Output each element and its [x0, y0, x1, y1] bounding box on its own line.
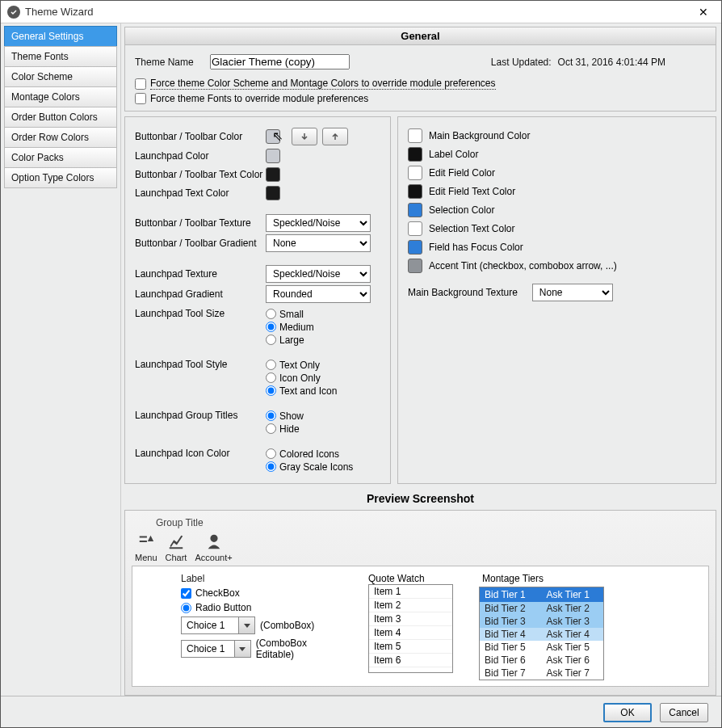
color-swatch[interactable] [408, 240, 422, 255]
radio-option[interactable]: Medium [266, 321, 314, 333]
sidebar-tab[interactable]: General Settings [4, 26, 117, 47]
montage-tier-table[interactable]: Bid Tier 1Ask Tier 1Bid Tier 2Ask Tier 2… [479, 587, 604, 680]
table-row[interactable]: Bid Tier 6Ask Tier 6 [480, 654, 603, 667]
launchpad-color-swatch[interactable] [266, 149, 280, 163]
preview-panel: Group Title MenuChartAccount+ Label Chec… [124, 510, 716, 696]
color-swatch[interactable] [408, 166, 422, 180]
chart-icon [166, 532, 187, 551]
radio-option[interactable]: Colored Icons [266, 448, 353, 460]
radio-option[interactable]: Large [266, 334, 314, 346]
quote-watch-label: Quote Watch [368, 573, 453, 584]
buttonbar-color-swatch[interactable] [266, 129, 280, 144]
group-titles-group: ShowHide [266, 410, 304, 435]
color-swatch[interactable] [408, 203, 422, 217]
app-icon [7, 6, 20, 19]
sidebar-tab[interactable]: Color Scheme [4, 66, 117, 87]
color-swatch[interactable] [408, 259, 422, 273]
montage-label: Montage Tiers [479, 573, 604, 587]
radio-option[interactable]: Show [266, 410, 304, 422]
cancel-button[interactable]: Cancel [660, 703, 708, 722]
sidebar-tab[interactable]: Theme Fonts [4, 46, 117, 67]
preview-title: Preview Screenshot [124, 489, 716, 510]
theme-name-input[interactable] [210, 54, 350, 69]
ok-button[interactable]: OK [603, 703, 652, 722]
toolbar-item-label: Chart [166, 553, 187, 562]
preview-combobox-2[interactable]: Choice 1 [181, 640, 251, 658]
radio-option[interactable]: Hide [266, 423, 304, 435]
buttonbar-texture-label: Buttonbar / Toolbar Texture [135, 217, 266, 229]
sidebar-tab[interactable]: Color Packs [4, 147, 117, 168]
color-label: Selection Color [429, 204, 494, 216]
move-up-button[interactable] [322, 128, 348, 145]
launchpad-texture-select[interactable]: Speckled/Noise [266, 265, 371, 283]
sidebar-tab[interactable]: Order Row Colors [4, 127, 117, 148]
chevron-down-icon[interactable] [238, 617, 254, 633]
sidebar-tab[interactable]: Option Type Colors [4, 167, 117, 188]
menu-icon [136, 532, 157, 551]
color-label: Selection Text Color [429, 223, 515, 234]
table-row[interactable]: Bid Tier 2Ask Tier 2 [480, 602, 603, 615]
left-settings-panel: Buttonbar / Toolbar Color Launchpad Colo… [124, 116, 391, 484]
table-header-cell: Bid Tier 1 [480, 587, 542, 602]
panel-header: General [125, 27, 716, 45]
preview-combo2-hint: (ComboBox Editable) [256, 638, 342, 660]
buttonbar-gradient-select[interactable]: None [266, 234, 371, 252]
sidebar-tab[interactable]: Montage Colors [4, 86, 117, 107]
launchpad-texture-label: Launchpad Texture [135, 268, 266, 280]
launchpad-text-swatch[interactable] [266, 186, 280, 200]
preview-combo1-hint: (ComboBox) [260, 620, 314, 631]
preview-label: Label [181, 573, 342, 584]
color-swatch[interactable] [408, 147, 422, 162]
list-item[interactable]: Item 4 [369, 626, 452, 640]
tool-style-label: Launchpad Tool Style [135, 359, 266, 370]
radio-option[interactable]: Gray Scale Icons [266, 461, 353, 473]
preview-radio-label: Radio Button [195, 602, 251, 613]
launchpad-text-label: Launchpad Text Color [135, 187, 266, 199]
radio-option[interactable]: Text and Icon [266, 385, 337, 397]
radio-option[interactable]: Icon Only [266, 372, 337, 384]
color-swatch[interactable] [408, 184, 422, 199]
buttonbar-color-label: Buttonbar / Toolbar Color [135, 131, 266, 142]
force-color-checkbox[interactable] [135, 78, 146, 90]
buttonbar-text-swatch[interactable] [266, 167, 280, 182]
theme-name-label: Theme Name [135, 57, 204, 68]
color-label: Edit Field Text Color [429, 186, 515, 197]
force-color-label: Force theme Color Scheme and Montage Col… [150, 78, 496, 90]
list-item[interactable]: Item 1 [369, 585, 452, 599]
tool-size-label: Launchpad Tool Size [135, 308, 266, 319]
buttonbar-texture-select[interactable]: Speckled/Noise [266, 214, 371, 232]
radio-option[interactable]: Text Only [266, 359, 337, 371]
move-down-button[interactable] [292, 128, 317, 145]
preview-combobox-1[interactable]: Choice 1 [181, 616, 255, 634]
preview-checkbox[interactable] [181, 588, 191, 599]
table-row[interactable]: Bid Tier 7Ask Tier 7 [480, 667, 603, 680]
color-swatch[interactable] [408, 221, 422, 236]
preview-checkbox-label: CheckBox [195, 587, 240, 599]
preview-radio[interactable] [181, 603, 191, 613]
radio-option[interactable]: Small [266, 308, 314, 320]
table-row[interactable]: Bid Tier 4Ask Tier 4 [480, 628, 603, 641]
table-row[interactable]: Bid Tier 3Ask Tier 3 [480, 615, 603, 628]
preview-inner: Label CheckBox Radio Button Choice 1 (Co… [132, 566, 709, 687]
bg-texture-select[interactable]: None [532, 284, 613, 301]
last-updated-value: Oct 31, 2016 4:01:44 PM [558, 57, 665, 68]
color-label: Label Color [429, 149, 478, 160]
toolbar-item[interactable]: Account+ [195, 532, 232, 562]
toolbar-item[interactable]: Menu [135, 532, 157, 562]
force-fonts-checkbox[interactable] [135, 93, 146, 104]
close-button[interactable]: ✕ [692, 1, 715, 23]
list-item[interactable]: Item 6 [369, 654, 452, 667]
icon-color-group: Colored IconsGray Scale Icons [266, 448, 353, 473]
quote-watch-list[interactable]: Item 1Item 2Item 3Item 4Item 5Item 6 [368, 584, 453, 673]
launchpad-gradient-select[interactable]: Rounded [266, 285, 371, 303]
sidebar: General SettingsTheme FontsColor SchemeM… [1, 23, 121, 696]
sidebar-tab[interactable]: Order Button Colors [4, 107, 117, 128]
chevron-down-icon[interactable] [234, 641, 250, 657]
list-item[interactable]: Item 3 [369, 612, 452, 626]
list-item[interactable]: Item 2 [369, 599, 452, 612]
toolbar-item[interactable]: Chart [166, 532, 187, 562]
list-item[interactable]: Item 5 [369, 640, 452, 654]
preview-toolbar: MenuChartAccount+ [132, 532, 709, 566]
color-swatch[interactable] [408, 128, 422, 143]
table-row[interactable]: Bid Tier 5Ask Tier 5 [480, 641, 603, 654]
